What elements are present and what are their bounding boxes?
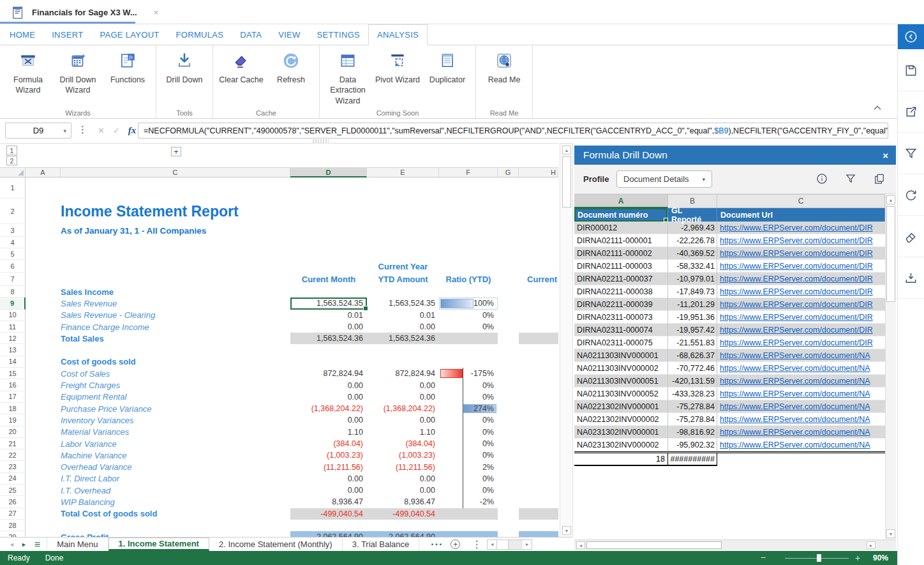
cell-e12[interactable]: 1,563,524.36 — [367, 333, 439, 344]
refresh-icon[interactable] — [898, 174, 924, 216]
document-number-cell[interactable]: NA0211303INV000001 — [574, 349, 668, 362]
cell-d7[interactable]: Curent Month — [290, 273, 367, 286]
cell-f14[interactable] — [439, 356, 498, 368]
row-label[interactable]: Sales Income — [26, 286, 290, 298]
document-url-link[interactable]: https://www.ERPServer.com/document/DIR — [720, 287, 873, 296]
cell-e22[interactable]: (1,003.23) — [367, 449, 439, 461]
cell-e16[interactable]: 0.00 — [367, 379, 439, 391]
cell-d11[interactable]: 0.00 — [290, 321, 367, 333]
cell-d19[interactable]: 0.00 — [290, 414, 367, 426]
row-header-1[interactable]: 1 — [0, 177, 26, 199]
cell-f10[interactable]: 0% — [439, 310, 498, 321]
cell-e24[interactable]: 0.00 — [367, 473, 439, 485]
cell-h29[interactable] — [519, 531, 558, 537]
share-icon[interactable] — [898, 91, 924, 133]
document-number-cell[interactable]: DIRNA02311-000075 — [574, 336, 668, 349]
row-label[interactable]: Total Cost of goods sold — [26, 508, 290, 520]
cell-h2[interactable] — [519, 199, 558, 224]
cell-h26[interactable] — [519, 496, 558, 508]
cell-h7[interactable]: Current — [519, 273, 558, 286]
cell-h4[interactable] — [519, 237, 558, 248]
cell-f3[interactable] — [439, 224, 498, 237]
cell-g18[interactable] — [498, 403, 519, 414]
row-label[interactable] — [26, 177, 290, 199]
row-label[interactable]: I.T. Overhead — [26, 485, 290, 496]
cell-e23[interactable]: (11,211.56) — [367, 461, 439, 472]
cell-d16[interactable]: 0.00 — [290, 379, 367, 391]
document-url-cell[interactable]: https://www.ERPServer.com/document/DIR — [717, 222, 885, 234]
ribbon-button-functions[interactable]: fxFunctions — [103, 49, 153, 85]
document-number-cell[interactable]: NA0221302INV000001 — [574, 400, 668, 413]
tab-bar-splitter-icon[interactable]: ⋮ — [472, 538, 482, 550]
cell-e9[interactable]: 1,563,524.35 — [367, 298, 439, 309]
cell-d3[interactable] — [290, 224, 367, 237]
row-label[interactable]: Cost of goods sold — [26, 356, 290, 368]
cell-d23[interactable]: (11,211.56) — [290, 461, 367, 472]
cell-e13[interactable] — [367, 344, 439, 356]
document-number-cell[interactable]: DIRNA02211-000039 — [574, 298, 668, 311]
cell-d17[interactable]: 0.00 — [290, 391, 367, 403]
document-url-link[interactable]: https://www.ERPServer.com/document/NA — [720, 364, 870, 373]
cell-h15[interactable] — [519, 368, 558, 379]
row-label[interactable]: Overhead Variance — [26, 461, 290, 472]
document-url-cell[interactable]: https://www.ERPServer.com/document/DIR — [717, 324, 885, 336]
panel-vertical-scrollbar[interactable]: ▲ ▼ — [885, 194, 896, 539]
formula-input[interactable]: =NECFORMULA("CURRENT","490000578","SERVE… — [138, 123, 888, 139]
row-label[interactable] — [26, 344, 290, 356]
document-number-cell[interactable]: NA0211303INV000002 — [574, 362, 668, 375]
column-header-h[interactable]: H — [519, 167, 558, 177]
gl-amount-cell[interactable]: -40,369.52 — [668, 247, 717, 260]
row-label[interactable]: Inventory Variances — [26, 414, 290, 426]
cell-f18[interactable]: 274% — [439, 403, 498, 414]
document-number-cell[interactable]: DIRNA02311-000074 — [574, 324, 668, 336]
cell-g13[interactable] — [498, 344, 519, 356]
cell-f8[interactable] — [439, 286, 498, 298]
cell-h28[interactable] — [519, 520, 558, 531]
zoom-in-icon[interactable]: + — [855, 553, 860, 563]
gl-amount-cell[interactable]: -68,626.37 — [668, 349, 717, 362]
cell-f20[interactable]: 0% — [439, 426, 498, 438]
row-header-15[interactable]: 15 — [0, 368, 26, 379]
cell-f6[interactable] — [439, 260, 498, 273]
cell-g25[interactable] — [498, 485, 519, 496]
document-url-link[interactable]: https://www.ERPServer.com/document/NA — [720, 402, 870, 411]
row-header-5[interactable]: 5 — [0, 248, 26, 260]
next-sheet-icon[interactable]: ► — [21, 541, 27, 548]
ribbon-tab-insert[interactable]: INSERT — [43, 24, 91, 45]
cell-f29[interactable] — [439, 531, 498, 537]
cell-h11[interactable] — [519, 321, 558, 333]
ribbon-button-duplicator[interactable]: Duplicator — [422, 49, 472, 85]
cell-e11[interactable]: 0.00 — [367, 321, 439, 333]
enter-icon[interactable]: ✓ — [113, 126, 120, 135]
row-label[interactable]: Income Statement Report — [26, 199, 290, 224]
column-header-c[interactable]: C — [61, 167, 290, 177]
cell-e19[interactable]: 0.00 — [367, 414, 439, 426]
cell-e20[interactable]: 1.10 — [367, 426, 439, 438]
cell-d24[interactable]: 0.00 — [290, 473, 367, 485]
ribbon-tab-home[interactable]: HOME — [1, 24, 43, 45]
row-label[interactable]: Sales Revenue - Clearing — [26, 310, 290, 321]
row-header-4[interactable]: 4 — [0, 237, 26, 248]
scrollbar-thumb[interactable] — [586, 541, 722, 549]
cell-e26[interactable]: 8,936.47 — [367, 496, 439, 508]
cell-e17[interactable]: 0.00 — [367, 391, 439, 403]
column-header-f[interactable]: F — [439, 167, 498, 177]
cell-g15[interactable] — [498, 368, 519, 379]
gl-amount-cell[interactable]: -19,957.42 — [668, 324, 717, 336]
sheet-tab-3-trial-balance[interactable]: 3. Trial Balance — [343, 538, 420, 551]
document-url-cell[interactable]: https://www.ERPServer.com/document/NA — [717, 362, 885, 375]
panel-column-header-c[interactable]: C — [717, 194, 885, 208]
document-url-link[interactable]: https://www.ERPServer.com/document/DIR — [720, 300, 873, 309]
cell-f28[interactable] — [439, 520, 498, 531]
document-number-cell[interactable]: NA0221302INV000002 — [574, 413, 668, 426]
document-url-link[interactable]: https://www.ERPServer.com/document/NA — [720, 415, 870, 424]
document-url-cell[interactable]: https://www.ERPServer.com/document/DIR — [717, 298, 885, 311]
row-header-17[interactable]: 17 — [0, 391, 26, 403]
gl-amount-cell[interactable]: -98,816.92 — [668, 426, 717, 439]
cell-d15[interactable]: 872,824.94 — [290, 368, 367, 379]
cell-g11[interactable] — [498, 321, 519, 333]
column-header-e[interactable]: E — [367, 167, 439, 177]
ribbon-tab-settings[interactable]: SETTINGS — [309, 24, 368, 45]
cell-d4[interactable] — [290, 237, 367, 248]
cell-g3[interactable] — [498, 224, 519, 237]
